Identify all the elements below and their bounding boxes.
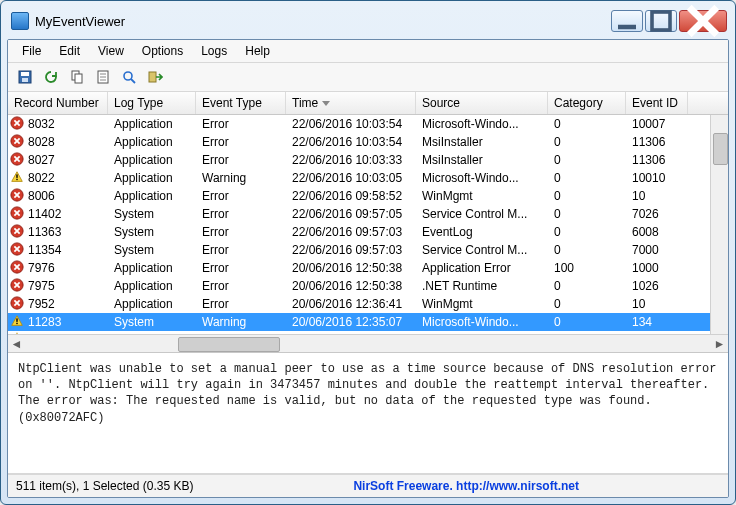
cell-source: Microsoft-Windo... <box>416 315 548 329</box>
cell-record: 11283 <box>8 314 108 331</box>
menu-options[interactable]: Options <box>134 42 191 60</box>
cell-event-id: 10010 <box>626 171 688 185</box>
cell-event-type: Error <box>196 207 286 221</box>
menu-view[interactable]: View <box>90 42 132 60</box>
minimize-button[interactable] <box>611 10 643 32</box>
cell-source: Service Control M... <box>416 207 548 221</box>
rows-container[interactable]: 8032ApplicationError22/06/2016 10:03:54M… <box>8 115 728 334</box>
col-event-id[interactable]: Event ID <box>626 92 688 114</box>
menu-edit[interactable]: Edit <box>51 42 88 60</box>
cell-log-type: Application <box>108 153 196 167</box>
svg-rect-5 <box>21 72 29 76</box>
cell-source: MsiInstaller <box>416 153 548 167</box>
cell-record: 8027 <box>8 152 108 169</box>
cell-source: MsiInstaller <box>416 135 548 149</box>
cell-log-type: System <box>108 225 196 239</box>
cell-time: 20/06/2016 12:50:38 <box>286 279 416 293</box>
table-row[interactable]: 11402SystemError22/06/2016 09:57:05Servi… <box>8 205 728 223</box>
cell-event-type: Error <box>196 279 286 293</box>
cell-record: 11363 <box>8 224 108 241</box>
table-row[interactable]: 8028ApplicationError22/06/2016 10:03:54M… <box>8 133 728 151</box>
cell-event-type: Error <box>196 243 286 257</box>
detail-pane[interactable]: NtpClient was unable to set a manual pee… <box>8 353 728 474</box>
record-number: 8028 <box>28 135 55 149</box>
col-time[interactable]: Time <box>286 92 416 114</box>
cell-log-type: System <box>108 243 196 257</box>
record-number: 7952 <box>28 297 55 311</box>
cell-event-type: Warning <box>196 171 286 185</box>
error-icon <box>10 152 24 169</box>
cell-source: EventLog <box>416 225 548 239</box>
find-icon[interactable] <box>118 66 140 88</box>
cell-record: 8032 <box>8 116 108 133</box>
col-record-number[interactable]: Record Number <box>8 92 108 114</box>
cell-event-id: 10 <box>626 297 688 311</box>
cell-time: 22/06/2016 09:57:03 <box>286 243 416 257</box>
col-category[interactable]: Category <box>548 92 626 114</box>
cell-log-type: Application <box>108 261 196 275</box>
horizontal-scroll-thumb[interactable] <box>178 337 280 352</box>
cell-event-type: Warning <box>196 315 286 329</box>
record-number: 8006 <box>28 189 55 203</box>
menu-logs[interactable]: Logs <box>193 42 235 60</box>
table-row[interactable]: 8032ApplicationError22/06/2016 10:03:54M… <box>8 115 728 133</box>
table-row[interactable]: 8027ApplicationError22/06/2016 10:03:33M… <box>8 151 728 169</box>
menu-help[interactable]: Help <box>237 42 278 60</box>
cell-log-type: Application <box>108 297 196 311</box>
cell-log-type: System <box>108 207 196 221</box>
table-row[interactable]: 7952ApplicationError20/06/2016 12:36:41W… <box>8 295 728 313</box>
properties-icon[interactable] <box>92 66 114 88</box>
cell-event-id: 11306 <box>626 135 688 149</box>
hscroll-right-arrow-icon[interactable]: ► <box>711 335 728 352</box>
cell-category: 0 <box>548 207 626 221</box>
titlebar[interactable]: MyEventViewer <box>7 7 729 39</box>
table-row[interactable]: 8006ApplicationError22/06/2016 09:58:52W… <box>8 187 728 205</box>
save-icon[interactable] <box>14 66 36 88</box>
cell-category: 0 <box>548 243 626 257</box>
table-row[interactable]: 11354SystemError22/06/2016 09:57:03Servi… <box>8 241 728 259</box>
menu-file[interactable]: File <box>14 42 49 60</box>
refresh-icon[interactable] <box>40 66 62 88</box>
hscroll-left-arrow-icon[interactable]: ◄ <box>8 335 25 352</box>
app-icon <box>11 12 29 30</box>
error-icon <box>10 242 24 259</box>
cell-event-id: 1000 <box>626 261 688 275</box>
vertical-scroll-thumb[interactable] <box>713 133 728 165</box>
svg-point-13 <box>124 72 132 80</box>
cell-category: 0 <box>548 315 626 329</box>
error-icon <box>10 206 24 223</box>
col-log-type[interactable]: Log Type <box>108 92 196 114</box>
cell-record: 7976 <box>8 260 108 277</box>
cell-log-type: System <box>108 315 196 329</box>
cell-record: 8006 <box>8 188 108 205</box>
record-number: 7975 <box>28 279 55 293</box>
client-area: File Edit View Options Logs Help Record … <box>7 39 729 498</box>
vertical-scrollbar[interactable] <box>710 115 728 334</box>
cell-category: 0 <box>548 297 626 311</box>
cell-record: 7975 <box>8 278 108 295</box>
cell-log-type: Application <box>108 117 196 131</box>
record-number: 8027 <box>28 153 55 167</box>
cell-time: 22/06/2016 09:58:52 <box>286 189 416 203</box>
error-icon <box>10 116 24 133</box>
table-row[interactable]: 11363SystemError22/06/2016 09:57:03Event… <box>8 223 728 241</box>
col-source[interactable]: Source <box>416 92 548 114</box>
svg-rect-25 <box>16 174 17 178</box>
toolbar <box>8 63 728 92</box>
table-row[interactable]: 11283SystemWarning20/06/2016 12:35:07Mic… <box>8 313 728 331</box>
table-row[interactable]: 7976ApplicationError20/06/2016 12:50:38A… <box>8 259 728 277</box>
cell-time: 22/06/2016 10:03:05 <box>286 171 416 185</box>
cell-time: 20/06/2016 12:50:38 <box>286 261 416 275</box>
maximize-button[interactable] <box>645 10 677 32</box>
cell-category: 0 <box>548 279 626 293</box>
cell-event-type: Error <box>196 261 286 275</box>
nirsoft-link[interactable]: NirSoft Freeware. http://www.nirsoft.net <box>353 479 579 493</box>
copy-icon[interactable] <box>66 66 88 88</box>
exit-icon[interactable] <box>144 66 166 88</box>
col-event-type[interactable]: Event Type <box>196 92 286 114</box>
horizontal-scrollbar[interactable]: ◄ ► <box>8 334 728 352</box>
close-button[interactable] <box>679 10 727 32</box>
table-row[interactable]: 7975ApplicationError20/06/2016 12:50:38.… <box>8 277 728 295</box>
column-headers: Record Number Log Type Event Type Time S… <box>8 92 728 115</box>
table-row[interactable]: 8022ApplicationWarning22/06/2016 10:03:0… <box>8 169 728 187</box>
